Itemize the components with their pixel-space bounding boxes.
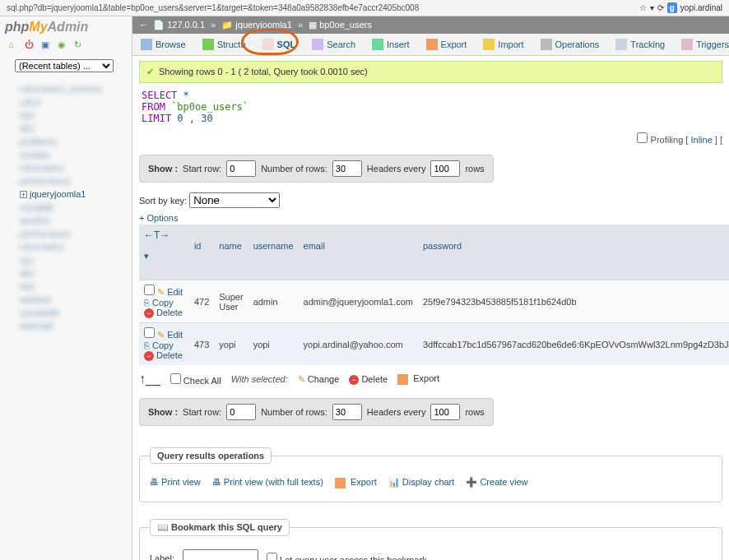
delete-icon: −	[144, 351, 154, 361]
bookmark-label-input[interactable]	[183, 549, 258, 560]
bookmark-label-text: Label:	[150, 553, 174, 560]
sql-icon	[262, 39, 274, 50]
tab-browse[interactable]: Browse	[132, 34, 194, 55]
display-chart-link[interactable]: 📊 Display chart	[388, 477, 455, 488]
tab-triggers[interactable]: Triggers	[673, 34, 729, 55]
delete-icon: −	[349, 375, 359, 385]
dropdown-icon[interactable]: ▾	[650, 3, 654, 12]
success-message: ✔Showing rows 0 - 1 ( 2 total, Query too…	[139, 61, 722, 83]
col-email[interactable]: email	[299, 224, 418, 280]
export-icon	[426, 39, 438, 50]
row-checkbox[interactable]	[144, 327, 155, 338]
inline-link[interactable]: Inline	[690, 135, 712, 145]
change-button[interactable]: ✎ Change	[298, 374, 340, 385]
start-row-input[interactable]	[226, 160, 256, 177]
with-selected-label: With selected:	[231, 374, 288, 384]
tab-structure[interactable]: Structu	[194, 34, 254, 55]
edit-icon: ✎	[157, 287, 165, 297]
tab-import[interactable]: Import	[475, 34, 532, 55]
google-search-badge[interactable]: g	[667, 2, 677, 13]
print-view-link[interactable]: 🖶 Print view	[150, 477, 201, 488]
edit-link[interactable]: Edit	[167, 287, 183, 297]
copy-link[interactable]: Copy	[152, 298, 174, 308]
recent-tables-select[interactable]: (Recent tables) ...	[15, 59, 114, 72]
tab-search[interactable]: Search	[304, 34, 364, 55]
delete-link[interactable]: Delete	[156, 308, 183, 317]
query-results-operations: Query results operations 🖶 Print view 🖶 …	[139, 447, 722, 502]
table-row[interactable]: ✎ Edit ⎘ Copy − Delete 472 Super User ad…	[139, 280, 729, 323]
copy-link[interactable]: Copy	[152, 340, 174, 350]
browse-icon	[141, 39, 152, 50]
col-username[interactable]: username	[248, 224, 299, 280]
sort-key-select[interactable]: None	[189, 192, 280, 208]
options-toggle[interactable]: + Options	[139, 213, 178, 223]
bookmark-star-icon[interactable]: ☆	[639, 3, 647, 12]
delete-link[interactable]: Delete	[156, 350, 183, 360]
tab-sql[interactable]: SQL	[254, 34, 304, 55]
export-link[interactable]: Export	[335, 477, 377, 488]
col-password[interactable]: password	[418, 224, 729, 280]
tab-export[interactable]: Export	[418, 34, 476, 55]
row-checkbox[interactable]	[144, 285, 155, 295]
headers-every-input[interactable]	[430, 160, 460, 177]
home-icon[interactable]: ⌂	[8, 39, 20, 51]
start-row-input[interactable]	[226, 404, 256, 420]
expand-icon[interactable]: +	[20, 191, 27, 198]
breadcrumb: ← 📄 127.0.0.1 » 📁 jqueryjoomla1 » ▦ bp0o…	[132, 16, 729, 34]
arrow-up-icon: ↑__	[139, 372, 160, 386]
export-button[interactable]: Export	[397, 373, 439, 385]
tabs: Browse Structu SQL Search Insert Export …	[132, 34, 729, 56]
structure-icon	[202, 39, 214, 50]
delete-button[interactable]: − Delete	[349, 374, 388, 385]
breadcrumb-table[interactable]: bp0oe_users	[319, 20, 372, 30]
search-text: yopi.ardinal	[680, 3, 722, 12]
triggers-icon	[681, 39, 693, 50]
breadcrumb-db[interactable]: jqueryjoomla1	[235, 20, 291, 30]
profiling-checkbox[interactable]	[637, 132, 648, 143]
edit-icon: ✎	[298, 374, 305, 384]
pagination-controls-bottom: Show : Start row: Number of rows: Header…	[139, 398, 494, 426]
col-id[interactable]: id	[189, 224, 214, 280]
tracking-icon	[615, 39, 627, 50]
num-rows-input[interactable]	[332, 404, 362, 420]
search-icon	[312, 39, 323, 50]
create-view-link[interactable]: ➕ Create view	[466, 477, 527, 488]
address-bar[interactable]: sql.php?db=jqueryjoomla1&table=bp0oe_use…	[7, 3, 634, 12]
print-full-link[interactable]: 🖶 Print view (with full texts)	[212, 477, 323, 488]
query-display: SELECT * FROM `bp0oe_users` LIMIT 0 , 30	[142, 90, 722, 124]
export-icon	[397, 374, 408, 385]
delete-icon: −	[144, 308, 154, 318]
reload-icon[interactable]: ⟳	[657, 3, 664, 12]
db-tree[interactable]: information_schema cdcol test db1 proble…	[0, 79, 132, 336]
edit-link[interactable]: Edit	[167, 330, 183, 340]
db-tree-item-active[interactable]: +jqueryjoomla1	[5, 187, 127, 201]
copy-icon: ⎘	[144, 340, 150, 350]
operations-icon	[541, 39, 552, 50]
tab-tracking[interactable]: Tracking	[607, 34, 673, 55]
results-table: ←T→ ▾ id name username email password us…	[139, 224, 729, 365]
sort-label: Sort by key:	[139, 196, 187, 206]
reload-nav-icon[interactable]: ↻	[74, 39, 86, 51]
edit-icon: ✎	[157, 330, 165, 340]
check-icon: ✔	[146, 67, 154, 76]
num-rows-input[interactable]	[332, 160, 362, 177]
breadcrumb-server[interactable]: 127.0.0.1	[167, 20, 205, 30]
bookmark-share-checkbox[interactable]	[267, 553, 277, 560]
tab-insert[interactable]: Insert	[364, 34, 418, 55]
copy-icon: ⎘	[144, 298, 150, 308]
docs-icon[interactable]: ◉	[58, 39, 69, 51]
pagination-controls-top: Show : Start row: Number of rows: Header…	[139, 155, 494, 183]
insert-icon	[372, 39, 383, 50]
tab-operations[interactable]: Operations	[532, 34, 608, 55]
sort-arrows-icon[interactable]: ←T→	[144, 229, 169, 241]
col-name[interactable]: name	[214, 224, 248, 280]
import-icon	[483, 39, 495, 50]
table-row[interactable]: ✎ Edit ⎘ Copy − Delete 473 yopi yopi yop…	[139, 323, 729, 366]
check-all-checkbox[interactable]	[170, 373, 181, 384]
phpmyadmin-logo: phpMyAdmin	[0, 16, 132, 38]
logout-icon[interactable]: ⏻	[25, 39, 36, 51]
query-window-icon[interactable]: ▣	[41, 39, 53, 51]
headers-every-input[interactable]	[430, 404, 460, 420]
bookmark-query-box: 📖 Bookmark this SQL query Label: Let eve…	[139, 519, 722, 560]
export-icon	[335, 478, 346, 488]
